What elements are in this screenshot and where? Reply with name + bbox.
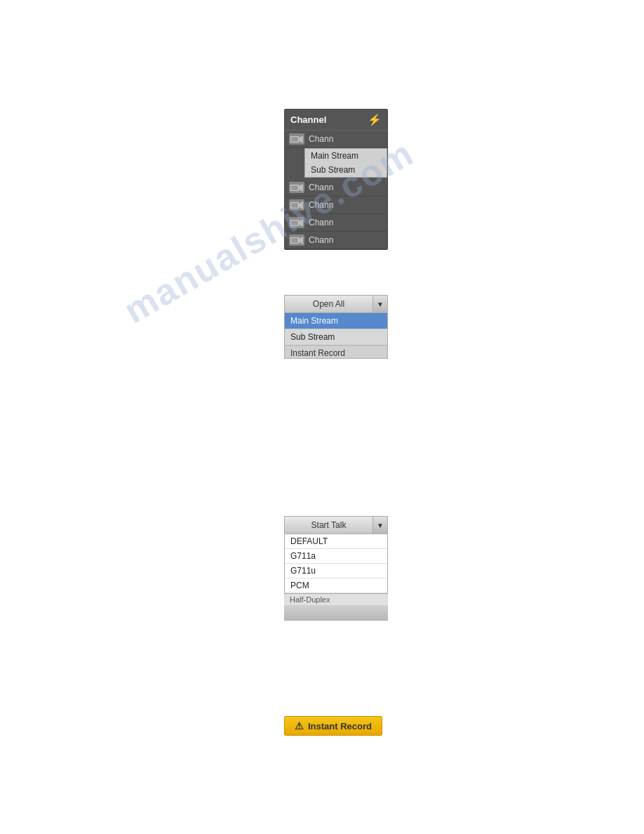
instant-record-label: Instant Record — [308, 721, 372, 732]
channel-header: Channel ⚡ — [285, 110, 387, 131]
svg-rect-5 — [291, 185, 298, 190]
channel-item-4[interactable]: Chann — [285, 214, 387, 232]
starttalk-button-row: Start Talk ▼ — [284, 516, 388, 534]
openall-button-row: Open All ▼ — [284, 295, 388, 313]
channel-item-3[interactable]: Chann — [285, 197, 387, 214]
starttalk-dropdown-wrap: DEFAULT G711a G711u PCM Half-Duplex — [284, 534, 388, 621]
svg-marker-7 — [299, 201, 303, 209]
openall-dropdown: Main Stream Sub Stream Instant Record — [284, 313, 388, 359]
default-option[interactable]: DEFAULT — [285, 534, 387, 549]
channel-item-2-label: Chann — [309, 183, 333, 192]
camera-icon-1 — [289, 133, 304, 145]
half-duplex-partial: Half-Duplex — [284, 594, 388, 605]
start-talk-arrow-button[interactable]: ▼ — [373, 516, 388, 534]
open-all-button[interactable]: Open All — [284, 295, 373, 313]
starttalk-panel: Start Talk ▼ DEFAULT G711a G711u PCM Hal… — [284, 516, 388, 621]
camera-icon-3 — [289, 199, 304, 211]
lightning-icon: ⚡ — [368, 113, 382, 126]
channel-item-4-label: Chann — [309, 218, 333, 227]
channel-title: Channel — [290, 114, 326, 125]
camera-icon-5 — [289, 234, 304, 246]
main-stream-option[interactable]: Main Stream — [285, 313, 387, 329]
open-all-arrow-button[interactable]: ▼ — [373, 295, 388, 313]
sub-stream-option[interactable]: Sub Stream — [285, 329, 387, 345]
svg-rect-11 — [291, 220, 298, 225]
g711u-option[interactable]: G711u — [285, 564, 387, 578]
instant-record-panel: ⚠ Instant Record — [284, 716, 382, 736]
gray-row-1 — [284, 605, 388, 621]
instant-record-partial: Instant Record — [285, 345, 387, 358]
channel-item-3-label: Chann — [309, 200, 333, 210]
main-stream-option-1[interactable]: Main Stream — [305, 149, 387, 163]
svg-rect-14 — [291, 238, 298, 243]
channel-item-2[interactable]: Chann — [285, 179, 387, 197]
sub-stream-option-1[interactable]: Sub Stream — [305, 163, 387, 177]
channel-item-1-label: Chann — [309, 134, 333, 144]
svg-marker-13 — [299, 237, 303, 244]
svg-marker-1 — [299, 135, 303, 143]
camera-icon-2 — [289, 182, 304, 193]
channel-item-1[interactable]: Chann — [285, 131, 387, 148]
channel-1-subdropdown: Main Stream Sub Stream — [304, 148, 387, 178]
channel-item-5-label: Chann — [309, 235, 333, 245]
instant-record-button[interactable]: ⚠ Instant Record — [284, 716, 382, 736]
channel-panel: Channel ⚡ Chann Main Stream Sub Stream C… — [284, 109, 388, 250]
openall-panel: Open All ▼ Main Stream Sub Stream Instan… — [284, 295, 388, 359]
warning-icon: ⚠ — [295, 720, 304, 732]
svg-marker-4 — [299, 184, 303, 192]
camera-icon-4 — [289, 217, 304, 228]
svg-rect-8 — [291, 203, 298, 208]
g711a-option[interactable]: G711a — [285, 549, 387, 564]
starttalk-dropdown: DEFAULT G711a G711u PCM — [284, 534, 388, 594]
svg-rect-2 — [291, 137, 298, 142]
svg-marker-10 — [299, 219, 303, 227]
start-talk-button[interactable]: Start Talk — [284, 516, 373, 534]
channel-item-5[interactable]: Chann — [285, 232, 387, 249]
pcm-option[interactable]: PCM — [285, 578, 387, 593]
